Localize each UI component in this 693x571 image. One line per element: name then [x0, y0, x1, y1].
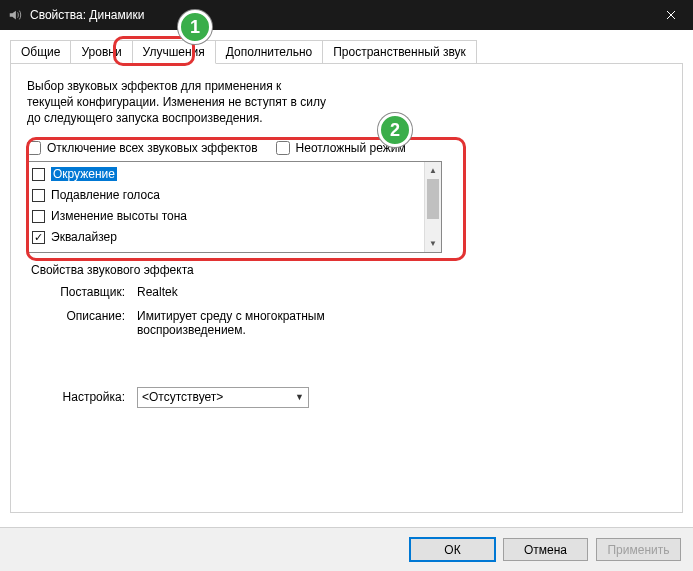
disable-all-input[interactable]: [27, 141, 41, 155]
effect-label: Окружение: [51, 167, 117, 181]
tab-spatial[interactable]: Пространственный звук: [322, 40, 477, 63]
effect-label: Подавление голоса: [51, 188, 160, 202]
list-item[interactable]: Эквалайзер: [32, 227, 420, 248]
callout-2: 2: [378, 113, 412, 147]
settings-row: Настройка: <Отсутствует> ▼: [27, 387, 666, 408]
effect-label: Эквалайзер: [51, 230, 117, 244]
description-value: Имитирует среду с многократным воспроизв…: [137, 309, 367, 337]
title-bar: Свойства: Динамики: [0, 0, 693, 30]
button-bar: ОК Отмена Применить: [0, 527, 693, 571]
window-title: Свойства: Динамики: [30, 8, 648, 22]
close-button[interactable]: [648, 0, 693, 30]
dialog-body: Общие Уровни Улучшения Дополнительно Про…: [0, 30, 693, 513]
disable-all-checkbox[interactable]: Отключение всех звуковых эффектов: [27, 141, 258, 155]
checkbox-icon[interactable]: [32, 189, 45, 202]
tab-strip: Общие Уровни Улучшения Дополнительно Про…: [10, 40, 683, 63]
tab-advanced[interactable]: Дополнительно: [215, 40, 323, 63]
effect-label: Изменение высоты тона: [51, 209, 187, 223]
checkbox-icon[interactable]: [32, 210, 45, 223]
top-options: Отключение всех звуковых эффектов Неотло…: [27, 141, 666, 155]
speaker-icon: [8, 8, 22, 22]
effect-properties: Поставщик: Realtek Описание: Имитирует с…: [27, 285, 666, 337]
scroll-up-icon[interactable]: ▲: [425, 162, 441, 179]
immediate-mode-input[interactable]: [276, 141, 290, 155]
effect-properties-title: Свойства звукового эффекта: [31, 263, 666, 277]
checkbox-icon[interactable]: [32, 231, 45, 244]
chevron-down-icon: ▼: [295, 392, 304, 402]
settings-combobox[interactable]: <Отсутствует> ▼: [137, 387, 309, 408]
tab-panel-enhancements: Выбор звуковых эффектов для применения к…: [10, 63, 683, 513]
scrollbar[interactable]: ▲ ▼: [424, 162, 441, 252]
scroll-down-icon[interactable]: ▼: [425, 235, 441, 252]
cancel-button[interactable]: Отмена: [503, 538, 588, 561]
tab-general[interactable]: Общие: [10, 40, 71, 63]
provider-value: Realtek: [137, 285, 178, 299]
tab-levels[interactable]: Уровни: [70, 40, 132, 63]
apply-button[interactable]: Применить: [596, 538, 681, 561]
settings-label: Настройка:: [27, 390, 137, 404]
disable-all-label: Отключение всех звуковых эффектов: [47, 141, 258, 155]
list-item[interactable]: Окружение: [32, 164, 420, 185]
description-label: Описание:: [27, 309, 137, 337]
tab-enhancements[interactable]: Улучшения: [132, 40, 216, 64]
scroll-thumb[interactable]: [427, 179, 439, 219]
provider-label: Поставщик:: [27, 285, 137, 299]
effects-listbox[interactable]: Окружение Подавление голоса Изменение вы…: [27, 161, 442, 253]
settings-value: <Отсутствует>: [142, 390, 223, 404]
ok-button[interactable]: ОК: [410, 538, 495, 561]
intro-text: Выбор звуковых эффектов для применения к…: [27, 78, 327, 127]
list-item[interactable]: Подавление голоса: [32, 185, 420, 206]
list-item[interactable]: Изменение высоты тона: [32, 206, 420, 227]
checkbox-icon[interactable]: [32, 168, 45, 181]
callout-1: 1: [178, 10, 212, 44]
